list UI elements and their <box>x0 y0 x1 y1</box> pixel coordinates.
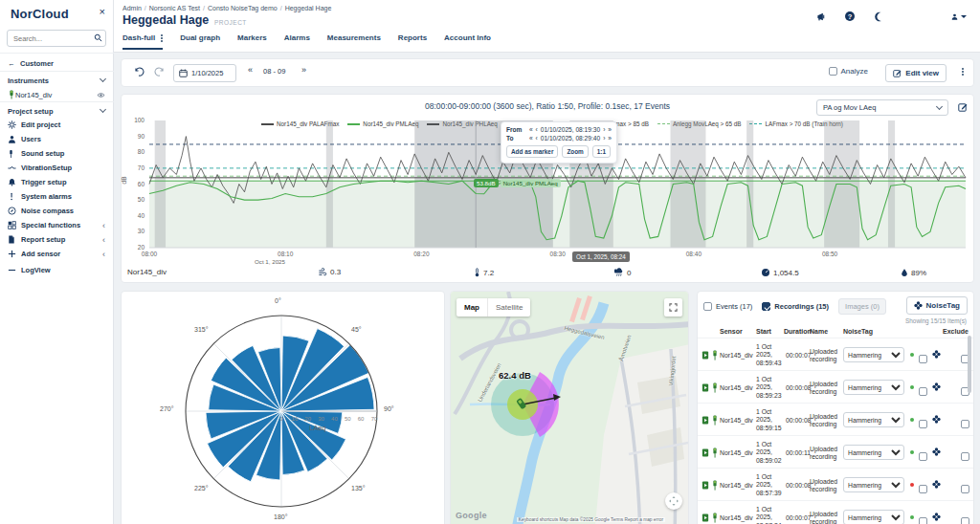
announcements-icon[interactable] <box>813 9 829 24</box>
map-attribution[interactable]: Keyboard shortcuts Map data ©2025 Google… <box>517 517 665 522</box>
exclude-checkbox[interactable] <box>961 517 969 524</box>
noisetag-select[interactable]: Hammering <box>843 510 904 524</box>
breadcrumb-item[interactable]: Heggedal Hage <box>285 5 332 11</box>
one-to-one-button[interactable]: 1:1 <box>592 145 611 158</box>
row-checkbox[interactable] <box>919 517 927 524</box>
sensor-level-label[interactable]: 62.4 dB <box>499 370 531 381</box>
step-fwd-icon[interactable]: › <box>603 135 605 142</box>
exclude-checkbox[interactable] <box>961 420 969 428</box>
row-checkbox[interactable] <box>919 452 927 461</box>
tab-markers[interactable]: Markers <box>237 33 267 48</box>
satellite-mode-button[interactable]: Satellite <box>487 298 530 317</box>
x-tick: 08:40 <box>678 251 710 257</box>
row-checkbox[interactable] <box>919 420 927 428</box>
step-fwd-fast-icon[interactable]: » <box>608 126 612 133</box>
row-checkbox[interactable] <box>919 485 927 493</box>
sidebar-item-report-setup[interactable]: Report setup ‹ <box>0 232 113 247</box>
recordings-filter[interactable]: Recordings (15) <box>762 302 829 311</box>
breadcrumb-item[interactable]: Consto NoiseTag demo <box>208 5 278 11</box>
tab-dual-graph[interactable]: Dual graph <box>180 33 220 48</box>
dark-mode-moon-icon[interactable] <box>871 9 886 24</box>
noisetag-select[interactable]: Hammering <box>843 477 904 492</box>
eye-icon[interactable] <box>97 92 105 98</box>
table-scrollbar[interactable] <box>968 336 971 393</box>
sidebar-item-edit-project[interactable]: Edit project <box>0 118 113 132</box>
tab-measurements[interactable]: Measurements <box>327 33 381 48</box>
sensor-name[interactable]: Nor145_div <box>127 268 167 276</box>
sidebar-item-noise-compass[interactable]: Noise compass <box>0 204 113 218</box>
sidebar-close-icon[interactable]: × <box>100 6 105 17</box>
recording-file-icon[interactable] <box>702 351 709 360</box>
edit-view-button[interactable]: Edit view <box>885 64 947 82</box>
help-icon[interactable]: ? <box>842 9 858 24</box>
step-back-fast-icon[interactable]: « <box>529 135 533 142</box>
pan-control-icon[interactable] <box>665 492 682 510</box>
events-checkbox[interactable] <box>703 302 712 311</box>
recording-file-icon[interactable] <box>702 448 709 457</box>
noisetag-select[interactable]: Hammering <box>843 380 904 395</box>
next-hour-icon[interactable]: » <box>301 65 306 75</box>
prev-hour-icon[interactable]: « <box>248 65 253 75</box>
row-checkbox[interactable] <box>919 387 927 396</box>
sidebar-item-sound-setup[interactable]: Sound setup <box>0 146 113 161</box>
breadcrumb-item[interactable]: Norsonic AS Test <box>149 5 200 11</box>
noisetag-icon[interactable] <box>932 382 941 391</box>
sidebar-item-customer[interactable]: ← Customer <box>0 55 113 71</box>
noisetag-icon[interactable] <box>932 415 941 424</box>
events-filter[interactable]: Events (17) <box>703 302 752 311</box>
tab-alarms[interactable]: Alarms <box>284 33 310 48</box>
noisetag-select[interactable]: Hammering <box>843 412 904 427</box>
map-mode-button[interactable]: Map <box>457 298 487 317</box>
sidebar-item-add-sensor[interactable]: Add sensor ‹ <box>0 247 113 261</box>
sidebar-item-sensor[interactable]: Nor145_div <box>0 87 113 102</box>
row-checkbox[interactable] <box>919 355 927 363</box>
analyze-toggle[interactable]: Analyze <box>829 67 868 76</box>
add-as-marker-button[interactable]: Add as marker <box>506 145 558 158</box>
recordings-checkbox[interactable] <box>762 302 770 311</box>
noisetag-icon[interactable] <box>932 513 941 521</box>
step-fwd-fast-icon[interactable]: » <box>608 135 612 142</box>
sidebar-item-system-alarms[interactable]: System alarms <box>0 189 113 204</box>
step-back-icon[interactable]: ‹ <box>536 135 538 142</box>
analyze-checkbox[interactable] <box>829 67 837 76</box>
redo-icon[interactable] <box>154 66 166 77</box>
noisetag-icon[interactable] <box>932 480 941 489</box>
sidebar-item-special-functions[interactable]: Special functions ‹ <box>0 218 113 232</box>
noisetag-select[interactable]: Hammering <box>843 347 904 362</box>
noisetag-icon[interactable] <box>932 448 941 456</box>
tab-reports[interactable]: Reports <box>398 33 427 48</box>
recording-file-icon[interactable] <box>702 383 709 392</box>
step-fwd-icon[interactable]: › <box>603 126 605 133</box>
toolbar-menu-dots-icon[interactable] <box>962 71 964 73</box>
tab-menu-dots-icon[interactable] <box>161 37 163 39</box>
sidebar-item-logview[interactable]: LogView <box>0 263 113 277</box>
fullscreen-icon[interactable] <box>664 298 682 317</box>
user-menu[interactable] <box>951 9 967 24</box>
zoom-button[interactable]: Zoom <box>562 145 588 158</box>
recording-file-icon[interactable] <box>702 481 709 490</box>
recording-file-icon[interactable] <box>702 513 709 522</box>
step-back-icon[interactable]: ‹ <box>536 126 538 133</box>
images-filter-disabled[interactable]: Images (0) <box>838 298 886 315</box>
noisetag-button[interactable]: NoiseTag <box>906 296 968 315</box>
search-box[interactable] <box>7 30 106 47</box>
sidebar-section-project-setup[interactable]: Project setup <box>0 103 113 119</box>
exclude-checkbox[interactable] <box>961 485 969 493</box>
sidebar-item-trigger-setup[interactable]: Trigger setup <box>0 175 113 189</box>
sidebar-item-users[interactable]: Users <box>0 132 113 146</box>
sidebar-section-instruments[interactable]: Instruments <box>0 73 113 88</box>
step-back-fast-icon[interactable]: « <box>529 126 533 133</box>
undo-icon[interactable] <box>133 66 145 77</box>
exclude-checkbox[interactable] <box>961 452 969 461</box>
noisetag-icon[interactable] <box>932 350 941 359</box>
noisetag-select[interactable]: Hammering <box>843 445 904 460</box>
breadcrumb-item[interactable]: Admin <box>122 5 142 11</box>
recording-name: Uploaded recording <box>810 413 842 429</box>
search-icon[interactable] <box>94 33 102 42</box>
recording-file-icon[interactable] <box>702 416 709 425</box>
sidebar-item-vibration-setup[interactable]: VibrationSetup <box>0 161 113 175</box>
tab-dash-full[interactable]: Dash-full <box>122 33 163 50</box>
date-picker[interactable]: 1/10/2025 <box>173 64 236 82</box>
search-input[interactable] <box>11 32 88 45</box>
tab-account-info[interactable]: Account Info <box>444 33 491 48</box>
